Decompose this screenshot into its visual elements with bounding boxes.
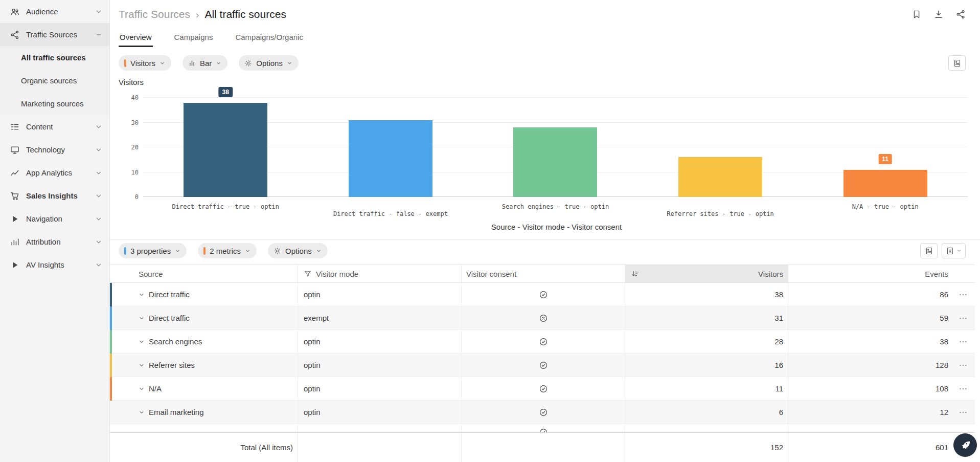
chart-export-button[interactable] (948, 55, 966, 71)
sidebar-item-sales-insights[interactable]: Sales Insights (0, 184, 109, 207)
bar-search-engines-true-optin[interactable] (513, 127, 597, 197)
bar-referrer-sites-true-optin[interactable] (678, 157, 762, 197)
sidebar-item-traffic-sources[interactable]: Traffic Sources (0, 23, 109, 46)
table-download-button[interactable] (942, 243, 966, 258)
row-menu-icon[interactable] (958, 313, 968, 323)
chevron-down-icon (95, 215, 102, 223)
tab-campaigns[interactable]: Campaigns (173, 28, 214, 47)
metric-picker[interactable]: Visitors (119, 55, 171, 71)
file-download-icon (946, 247, 954, 255)
breadcrumb: Traffic Sources › All traffic sources (119, 8, 286, 20)
row-color-strip (110, 377, 112, 401)
table-row-n-a-optin[interactable]: N/A optin 11 108 (110, 377, 975, 401)
metrics-color-marker (203, 247, 206, 255)
column-header-visitor-consent[interactable]: Visitor consent (461, 265, 625, 282)
y-tick-label: 0 (135, 193, 139, 201)
x-tick-label: Direct traffic - false - exempt (308, 210, 473, 222)
chevron-down-icon (316, 248, 322, 254)
column-header-visitor-mode[interactable]: Visitor mode (298, 265, 461, 282)
consent-check-icon (539, 408, 548, 417)
breadcrumb-parent[interactable]: Traffic Sources (119, 8, 190, 20)
sidebar-item-app-analytics[interactable]: App Analytics (0, 161, 109, 184)
row-menu-icon[interactable] (958, 407, 968, 417)
properties-color-marker (124, 247, 126, 255)
x-tick-label: N/A - true - optin (803, 203, 968, 222)
sidebar-item-av-insights[interactable]: AV Insights (0, 253, 109, 276)
file-image-icon (953, 59, 962, 68)
row-menu-icon[interactable] (958, 337, 968, 347)
tab-campaigns-organic[interactable]: Campaigns/Organic (234, 28, 304, 47)
bar-slot (638, 98, 803, 197)
metrics-picker[interactable]: 2 metrics (198, 243, 257, 258)
sidebar: Audience Traffic Sources All traffic sou… (0, 0, 110, 462)
traffic-icon (10, 30, 20, 40)
table-export-buttons (920, 243, 966, 258)
sort-desc-icon (631, 270, 639, 278)
row-color-strip (110, 354, 112, 377)
table-export-image-button[interactable] (920, 243, 938, 258)
row-menu-icon[interactable] (958, 290, 968, 300)
sidebar-item-navigation[interactable]: Navigation (0, 207, 109, 230)
table-total-row: Total (All items) 152 601 (110, 432, 975, 462)
sidebar-item-audience[interactable]: Audience (0, 0, 109, 23)
chart-controls: Visitors Bar Options (110, 55, 980, 71)
section-divider (110, 239, 980, 240)
share-icon[interactable] (955, 9, 966, 19)
bar-slots: 38 11 (143, 98, 968, 197)
assistant-fab[interactable] (953, 433, 977, 457)
bar-value-badge: 38 (219, 87, 233, 97)
tab-overview[interactable]: Overview (119, 28, 153, 47)
consent-check-icon (539, 428, 548, 432)
bar-direct-traffic-true-optin[interactable] (184, 103, 267, 197)
topbar-actions (911, 9, 966, 19)
bookmark-icon[interactable] (911, 9, 922, 19)
column-header-visitors[interactable]: Visitors (625, 265, 788, 282)
properties-picker[interactable]: 3 properties (119, 243, 187, 258)
sidebar-group-traffic-sources: All traffic sources Organic sources Mark… (0, 46, 109, 115)
expand-row-icon (139, 386, 145, 392)
table-header-row: Source Visitor mode Visitor consent Visi… (110, 265, 975, 283)
consent-check-icon (539, 290, 548, 299)
row-menu-icon[interactable] (958, 360, 968, 370)
main-content: Traffic Sources › All traffic sources Ov… (110, 0, 980, 462)
attribution-icon (10, 237, 20, 247)
row-menu-icon[interactable] (958, 384, 968, 394)
table-row-direct-traffic-exempt[interactable]: Direct traffic exempt 31 59 (110, 306, 975, 330)
tab-bar: Overview Campaigns Campaigns/Organic (110, 28, 980, 47)
chevron-down-icon (95, 192, 102, 200)
gear-icon (274, 247, 281, 255)
sidebar-item-all-traffic-sources[interactable]: All traffic sources (0, 46, 109, 69)
table-options-button[interactable]: Options (268, 243, 328, 258)
row-color-strip (110, 283, 112, 306)
sidebar-item-technology[interactable]: Technology (0, 138, 109, 161)
table-row-referrer-sites-optin[interactable]: Referrer sites optin 16 128 (110, 354, 975, 377)
sidebar-item-marketing-sources[interactable]: Marketing sources (0, 92, 109, 115)
download-icon[interactable] (933, 9, 944, 19)
app: Audience Traffic Sources All traffic sou… (0, 0, 980, 462)
column-header-source[interactable]: Source (110, 265, 298, 282)
audience-icon (10, 7, 20, 17)
chart-options-button[interactable]: Options (239, 55, 299, 71)
sidebar-item-content[interactable]: Content (0, 115, 109, 138)
av-insights-icon (10, 260, 20, 270)
bar-n-a-true-optin[interactable] (844, 170, 927, 197)
x-axis-labels: Direct traffic - true - optinDirect traf… (143, 203, 968, 222)
table-row-email-marketing-optin[interactable]: Email marketing optin 6 12 (110, 401, 975, 424)
expand-row-icon (139, 409, 145, 415)
total-label: Total (All items) (110, 433, 298, 462)
table-row-search-engines-optin[interactable]: Search engines optin 28 38 (110, 330, 975, 354)
sidebar-item-attribution[interactable]: Attribution (0, 230, 109, 253)
chevron-down-icon (159, 60, 165, 66)
chart-type-picker[interactable]: Bar (183, 55, 227, 71)
column-header-events[interactable]: Events (788, 265, 975, 282)
sidebar-item-organic-sources[interactable]: Organic sources (0, 69, 109, 92)
table-row-direct-traffic-optin[interactable]: Direct traffic optin 38 86 (110, 283, 975, 306)
chevron-down-icon (95, 169, 102, 177)
expand-row-icon (139, 339, 145, 345)
x-tick-label: Direct traffic - true - optin (143, 203, 308, 222)
expand-row-icon (139, 315, 145, 321)
bar-direct-traffic-false-exempt[interactable] (349, 120, 432, 197)
consent-check-icon (539, 384, 548, 393)
file-image-icon (925, 247, 933, 255)
filter-icon (304, 270, 312, 278)
